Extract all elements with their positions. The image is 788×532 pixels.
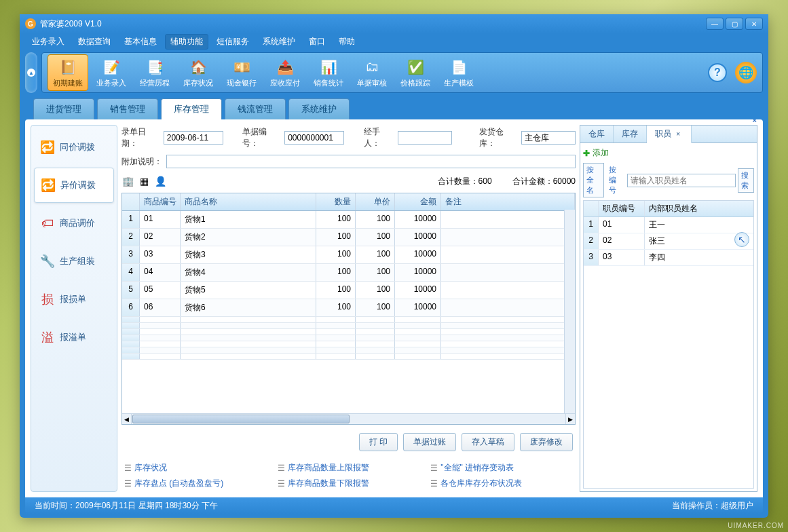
globe-button[interactable]: 🌐 bbox=[735, 62, 757, 83]
employee-row[interactable]: 101王一 bbox=[584, 217, 753, 233]
tool-7[interactable]: 🗂单据审核 bbox=[352, 54, 392, 91]
employee-row[interactable]: 303李四 bbox=[584, 250, 753, 266]
table-row[interactable] bbox=[122, 347, 575, 354]
sidebar-item-2[interactable]: 🏷商品调价 bbox=[34, 206, 114, 241]
search-button[interactable]: 搜索 bbox=[738, 168, 754, 193]
menu-7[interactable]: 帮助 bbox=[333, 34, 360, 50]
table-row[interactable]: 404货物410010010000 bbox=[122, 264, 575, 282]
link-4[interactable]: ☰库存商品数量下限报警 bbox=[278, 478, 420, 489]
employee-grid[interactable]: 职员编号 内部职员姓名 101王一202张三303李四 ↖ bbox=[583, 200, 754, 489]
menu-6[interactable]: 窗口 bbox=[303, 34, 331, 50]
tool-icon-7: 🗂 bbox=[362, 58, 381, 77]
table-row[interactable]: 101货物110010010000 bbox=[122, 211, 575, 229]
scroll-up-icon[interactable]: ↖ bbox=[734, 232, 749, 247]
sidebar-icon-2: 🏷 bbox=[39, 215, 56, 231]
action-btn-2[interactable]: 存入草稿 bbox=[462, 433, 514, 451]
table-row[interactable]: 303货物310010010000 bbox=[122, 246, 575, 264]
menu-3[interactable]: 辅助功能 bbox=[165, 34, 208, 50]
action-btn-1[interactable]: 单据过账 bbox=[403, 433, 456, 451]
link-1[interactable]: ☰库存商品数量上限报警 bbox=[278, 462, 420, 474]
tool-4[interactable]: 💴现金银行 bbox=[221, 54, 262, 91]
menu-0[interactable]: 业务录入 bbox=[26, 34, 70, 50]
handler-label: 经手人： bbox=[364, 126, 394, 149]
sidebar-item-4[interactable]: 损报损单 bbox=[34, 282, 114, 317]
wh-label: 发货仓库： bbox=[479, 126, 517, 149]
right-panel: × 仓库库存职员 × ✚ 添加 按全名 按编号 搜索 职员编号 内 bbox=[580, 125, 757, 492]
close-button[interactable]: ✕ bbox=[745, 18, 763, 30]
table-row[interactable] bbox=[122, 329, 575, 335]
grid-icon[interactable]: ▦ bbox=[138, 175, 150, 187]
menu-5[interactable]: 系统维护 bbox=[257, 34, 301, 50]
vertical-scrollbar[interactable] bbox=[564, 210, 575, 413]
add-button[interactable]: ✚ 添加 bbox=[583, 146, 754, 160]
filter-by-fullname[interactable]: 按全名 bbox=[583, 163, 604, 197]
list-icon: ☰ bbox=[278, 463, 285, 473]
maximize-button[interactable]: ▢ bbox=[726, 18, 743, 30]
table-row[interactable] bbox=[122, 335, 575, 341]
menu-2[interactable]: 基本信息 bbox=[119, 34, 162, 50]
titlebar[interactable]: G 管家婆2009 V1.0 — ▢ ✕ bbox=[20, 14, 768, 33]
main-tab-1[interactable]: 销售管理 bbox=[97, 98, 158, 119]
tool-icon-8: ✅ bbox=[406, 58, 425, 77]
main-grid[interactable]: 商品编号 商品名称 数量 单价 金额 备注 101货物1100100100002… bbox=[121, 193, 576, 425]
main-tab-3[interactable]: 钱流管理 bbox=[225, 98, 286, 119]
docno-input[interactable] bbox=[284, 131, 344, 145]
table-row[interactable] bbox=[122, 341, 575, 347]
link-5[interactable]: ☰各仓库库存分布状况表 bbox=[430, 478, 573, 489]
tool-5[interactable]: 📤应收应付 bbox=[265, 54, 305, 91]
rp-tab-0[interactable]: 仓库 bbox=[580, 126, 614, 142]
sidebar-item-1[interactable]: 🔁异价调拨 bbox=[34, 168, 114, 203]
tool-3[interactable]: 🏠库存状况 bbox=[178, 54, 219, 91]
sidebar-item-3[interactable]: 🔧生产组装 bbox=[34, 244, 114, 279]
tool-0[interactable]: 📔初期建账 bbox=[48, 54, 88, 91]
grid-body[interactable]: 101货物110010010000202货物210010010000303货物3… bbox=[122, 211, 575, 413]
wh-input[interactable] bbox=[521, 131, 576, 145]
table-row[interactable]: 606货物610010010000 bbox=[122, 299, 575, 317]
search-input[interactable] bbox=[627, 174, 736, 187]
sidebar-item-5[interactable]: 溢报溢单 bbox=[34, 320, 114, 355]
note-label: 附加说明： bbox=[121, 156, 162, 168]
tool-1[interactable]: 📝业务录入 bbox=[91, 54, 132, 91]
status-operator: 当前操作员：超级用户 bbox=[672, 500, 753, 512]
sidebar: 🔁同价调拨🔁异价调拨🏷商品调价🔧生产组装损报损单溢报溢单 bbox=[31, 125, 117, 492]
building-icon[interactable]: 🏢 bbox=[121, 175, 134, 187]
sidebar-item-0[interactable]: 🔁同价调拨 bbox=[34, 130, 114, 165]
tool-8[interactable]: ✅价格跟踪 bbox=[395, 54, 436, 91]
employee-row[interactable]: 202张三 bbox=[584, 233, 753, 250]
main-tab-2[interactable]: 库存管理 bbox=[161, 98, 222, 119]
action-btn-0[interactable]: 打 印 bbox=[359, 433, 398, 451]
menu-1[interactable]: 数据查询 bbox=[73, 34, 116, 50]
sidebar-icon-3: 🔧 bbox=[39, 253, 56, 269]
tool-9[interactable]: 📄生产模板 bbox=[438, 54, 479, 91]
tool-icon-5: 📤 bbox=[276, 58, 295, 77]
minimize-button[interactable]: — bbox=[706, 18, 724, 30]
table-row[interactable] bbox=[122, 354, 575, 360]
handler-input[interactable] bbox=[398, 131, 452, 145]
table-row[interactable] bbox=[122, 317, 575, 323]
table-row[interactable]: 202货物210010010000 bbox=[122, 229, 575, 246]
date-input[interactable] bbox=[164, 131, 223, 145]
action-btn-3[interactable]: 废弃修改 bbox=[520, 433, 573, 451]
horizontal-scrollbar[interactable]: ◀ ▶ bbox=[122, 413, 575, 424]
toolbar-collapse[interactable]: ▲ bbox=[25, 52, 37, 93]
rp-tab-1[interactable]: 库存 bbox=[614, 126, 647, 142]
rp-tab-2[interactable]: 职员 × bbox=[647, 126, 692, 143]
table-row[interactable] bbox=[122, 323, 575, 329]
main-tab-0[interactable]: 进货管理 bbox=[33, 98, 94, 119]
tool-2[interactable]: 📑经营历程 bbox=[134, 54, 175, 91]
menu-4[interactable]: 短信服务 bbox=[211, 34, 255, 50]
help-button[interactable]: ? bbox=[708, 63, 727, 82]
tool-6[interactable]: 📊销售统计 bbox=[308, 54, 349, 91]
tool-icon-2: 📑 bbox=[145, 58, 164, 77]
table-row[interactable]: 505货物510010010000 bbox=[122, 282, 575, 299]
filter-by-number[interactable]: 按编号 bbox=[606, 164, 626, 197]
panel-close-icon[interactable]: × bbox=[753, 119, 757, 124]
note-input[interactable] bbox=[166, 155, 576, 168]
link-0[interactable]: ☰库存状况 bbox=[124, 462, 267, 474]
person-icon[interactable]: 👤 bbox=[154, 175, 166, 187]
link-3[interactable]: ☰库存盘点 (自动盘盈盘亏) bbox=[124, 478, 267, 489]
main-tab-4[interactable]: 系统维护 bbox=[288, 98, 350, 119]
list-icon: ☰ bbox=[430, 463, 438, 473]
tab-close-icon[interactable]: × bbox=[673, 130, 683, 138]
link-2[interactable]: ☰"全能" 进销存变动表 bbox=[430, 462, 573, 474]
